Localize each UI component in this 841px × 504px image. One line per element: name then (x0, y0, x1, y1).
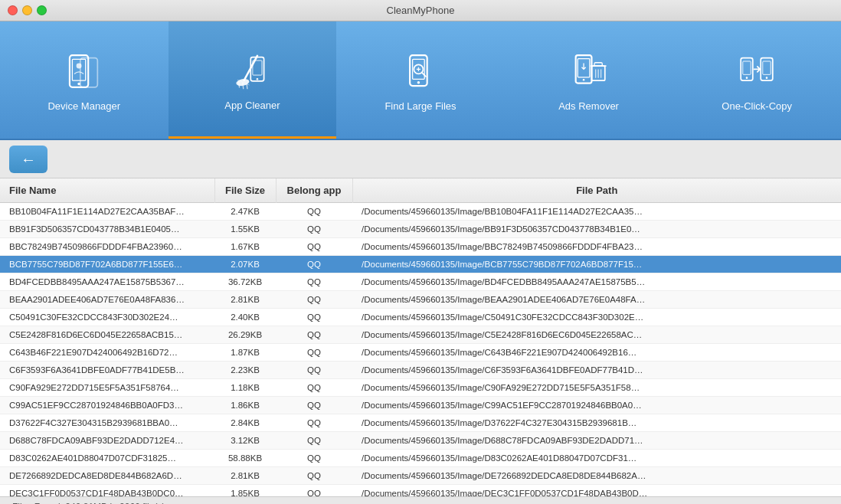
cell-belongapp: QQ (276, 432, 352, 450)
cell-filesize: 26.29KB (214, 326, 276, 344)
cell-filepath: /Documents/459660135/Image/DE7266892DEDC… (352, 467, 841, 485)
title-bar: CleanMyPhone (0, 0, 841, 21)
close-button[interactable] (8, 5, 18, 15)
svg-point-16 (417, 81, 420, 83)
cell-belongapp: QQ (276, 450, 352, 467)
ads-remover-icon (566, 48, 612, 94)
cell-belongapp: QQ (276, 485, 352, 497)
cell-filename: BEAA2901ADEE406AD7E76E0A48FA836… (0, 291, 214, 309)
cell-filepath: /Documents/459660135/Image/C5E2428F816D6… (352, 326, 841, 344)
tab-ads-remover[interactable]: Ads Remover (505, 21, 673, 139)
status-bar: Files Found: 340.81MB in 3066 file(s) Ma… (0, 496, 841, 504)
col-header-app[interactable]: Belong app (276, 178, 352, 203)
table-row[interactable]: BEAA2901ADEE406AD7E76E0A48FA836…2.81KBQQ… (0, 291, 841, 309)
tab-app-cleaner[interactable]: App Cleaner (169, 21, 337, 139)
cell-filepath: /Documents/459660135/Image/BB91F3D506357… (352, 221, 841, 238)
cell-belongapp: QQ (276, 344, 352, 362)
cell-filesize: 1.85KB (214, 485, 276, 497)
table-row[interactable]: DEC3C1FF0D0537CD1F48DAB43B0DC0…1.85KBQQ/… (0, 485, 841, 497)
table-row[interactable]: C90FA929E272DD715E5F5A351F58764…1.18KBQQ… (0, 379, 841, 397)
table-row[interactable]: D83C0262AE401D88047D07CDF31825…58.88KBQQ… (0, 450, 841, 467)
find-large-files-icon (398, 48, 443, 94)
table-body: BB10B04FA11F1E114AD27E2CAA35BAF…2.47KBQQ… (0, 203, 841, 497)
table-row[interactable]: BBC78249B74509866FDDDF4FBA23960…1.67KBQQ… (0, 238, 841, 256)
cell-belongapp: QQ (276, 326, 352, 344)
cell-filepath: /Documents/459660135/Image/D83C0262AE401… (352, 450, 841, 467)
svg-line-8 (239, 80, 240, 87)
table-row[interactable]: D37622F4C327E304315B2939681BBA0…2.84KBQQ… (0, 414, 841, 432)
file-table-container: File Name File Size Belong app File Path… (0, 178, 841, 496)
cell-filepath: /Documents/459660135/Image/BCB7755C79BD8… (352, 256, 841, 273)
cell-filepath: /Documents/459660135/Image/BBC78249B7450… (352, 238, 841, 256)
table-row[interactable]: BB10B04FA11F1E114AD27E2CAA35BAF…2.47KBQQ… (0, 203, 841, 221)
cell-filesize: 2.23KB (214, 362, 276, 379)
cell-belongapp: QQ (276, 379, 352, 397)
tab-one-click-copy[interactable]: One-Click-Copy (672, 21, 841, 139)
device-manager-icon (61, 48, 107, 94)
toolbar: ← (0, 140, 841, 178)
table-row[interactable]: C5E2428F816D6EC6D045E22658ACB15…26.29KBQ… (0, 326, 841, 344)
cell-filesize: 1.87KB (214, 344, 276, 362)
minimize-button[interactable] (22, 5, 32, 15)
cell-filepath: /Documents/459660135/Image/BEAA2901ADEE4… (352, 291, 841, 309)
tab-one-click-copy-label: One-Click-Copy (722, 100, 792, 112)
maximize-button[interactable] (37, 5, 47, 15)
table-row[interactable]: C6F3593F6A3641DBFE0ADF77B41DE5B…2.23KBQQ… (0, 362, 841, 379)
tab-device-manager[interactable]: Device Manager (0, 21, 169, 139)
cell-belongapp: QQ (276, 291, 352, 309)
cell-filesize: 1.67KB (214, 238, 276, 256)
cell-filesize: 1.55KB (214, 221, 276, 238)
cell-filesize: 2.40KB (214, 309, 276, 326)
cell-belongapp: QQ (276, 221, 352, 238)
cell-filename: D37622F4C327E304315B2939681BBA0… (0, 414, 214, 432)
cell-belongapp: QQ (276, 273, 352, 291)
cell-belongapp: QQ (276, 397, 352, 414)
table-header-row: File Name File Size Belong app File Path (0, 178, 841, 203)
cell-filename: C90FA929E272DD715E5F5A351F58764… (0, 379, 214, 397)
cell-belongapp: QQ (276, 203, 352, 221)
col-header-path[interactable]: File Path (352, 178, 841, 203)
svg-line-10 (247, 83, 247, 89)
back-arrow-icon: ← (21, 152, 36, 167)
svg-point-23 (582, 79, 584, 81)
cell-filesize: 1.86KB (214, 397, 276, 414)
tab-find-large-files[interactable]: Find Large Files (336, 21, 505, 139)
table-row[interactable]: C50491C30FE32CDCC843F30D302E24…2.40KBQQ/… (0, 309, 841, 326)
cell-filename: BB91F3D506357CD043778B34B1E0405… (0, 221, 214, 238)
col-header-name[interactable]: File Name (0, 178, 214, 203)
cell-filesize: 2.47KB (214, 203, 276, 221)
table-row[interactable]: C643B46F221E907D424006492B16D72…1.87KBQQ… (0, 344, 841, 362)
svg-point-32 (746, 77, 748, 79)
svg-point-35 (766, 77, 768, 79)
cell-filepath: /Documents/459660135/Image/C90FA929E272D… (352, 379, 841, 397)
table-row[interactable]: D688C78FDCA09ABF93DE2DADD712E4…3.12KBQQ/… (0, 432, 841, 450)
cell-filename: BD4FCEDBB8495AAA247AE15875B5367… (0, 273, 214, 291)
cell-filesize: 36.72KB (214, 273, 276, 291)
svg-line-18 (422, 73, 426, 77)
cell-filename: C99AC51EF9CC28701924846BB0A0FD3… (0, 397, 214, 414)
col-header-size[interactable]: File Size (214, 178, 276, 203)
cell-filename: C5E2428F816D6EC6D045E22658ACB15… (0, 326, 214, 344)
cell-filename: BBC78249B74509866FDDDF4FBA23960… (0, 238, 214, 256)
cell-filepath: /Documents/459660135/Image/C643B46F221E9… (352, 344, 841, 362)
table-row[interactable]: BD4FCEDBB8495AAA247AE15875B5367…36.72KBQ… (0, 273, 841, 291)
back-button[interactable]: ← (9, 146, 47, 173)
cell-filename: C643B46F221E907D424006492B16D72… (0, 344, 214, 362)
cell-belongapp: QQ (276, 467, 352, 485)
cell-belongapp: QQ (276, 362, 352, 379)
cell-filename: BB10B04FA11F1E114AD27E2CAA35BAF… (0, 203, 214, 221)
cell-filepath: /Documents/459660135/Image/C6F3593F6A364… (352, 362, 841, 379)
table-row[interactable]: BB91F3D506357CD043778B34B1E0405…1.55KBQQ… (0, 221, 841, 238)
cell-filename: D83C0262AE401D88047D07CDF31825… (0, 450, 214, 467)
table-row[interactable]: C99AC51EF9CC28701924846BB0A0FD3…1.86KBQQ… (0, 397, 841, 414)
table-row[interactable]: DE7266892DEDCA8ED8DE844B682A6D…2.81KBQQ/… (0, 467, 841, 485)
svg-point-4 (76, 64, 81, 69)
tab-app-cleaner-label: App Cleaner (224, 100, 280, 111)
svg-rect-31 (743, 61, 751, 74)
cell-filepath: /Documents/459660135/Image/D688C78FDCA09… (352, 432, 841, 450)
cell-filename: DE7266892DEDCA8ED8DE844B682A6D… (0, 467, 214, 485)
table-row[interactable]: BCB7755C79BD87F702A6BD877F155E6…2.07KBQQ… (0, 256, 841, 273)
cell-filename: C50491C30FE32CDCC843F30D302E24… (0, 309, 214, 326)
cell-filesize: 2.07KB (214, 256, 276, 273)
cell-belongapp: QQ (276, 238, 352, 256)
